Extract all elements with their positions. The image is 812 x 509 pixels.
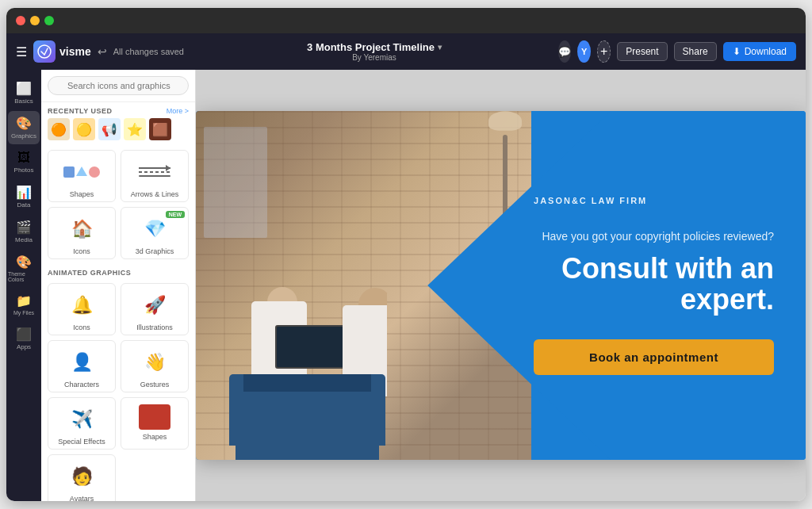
recently-used-row: 🟠 🟡 📢 ⭐ 🟫 — [41, 118, 195, 147]
laptop — [275, 325, 347, 369]
canvas-area[interactable]: JASON&C LAW FIRM Have you got your copyr… — [196, 70, 806, 501]
maximize-button[interactable] — [44, 16, 54, 25]
more-link[interactable]: More > — [167, 107, 189, 115]
slide-canvas[interactable]: JASON&C LAW FIRM Have you got your copyr… — [196, 111, 806, 460]
slide-right: JASON&C LAW FIRM Have you got your copyr… — [526, 111, 782, 460]
basics-icon: ⬜ — [16, 81, 32, 96]
traffic-lights — [16, 16, 54, 25]
gestures-label: Gestures — [140, 381, 170, 388]
visme-brand-name: visme — [59, 45, 91, 58]
chevron-down-icon: ▾ — [438, 43, 442, 52]
sidebar-item-graphics[interactable]: 🎨 Graphics — [8, 111, 40, 144]
animated-grid: 🔔 Icons 🚀 Illustrations 👤 Characters — [41, 280, 195, 501]
visme-logo[interactable]: visme — [33, 40, 91, 63]
graphics-grid: Shapes Arrows & Lines — [41, 147, 195, 262]
animated-header: ANIMATED GRAPHICS — [41, 264, 195, 280]
icons-item[interactable]: 🏠 Icons — [48, 207, 116, 259]
sidebar-item-media[interactable]: 🎬 Media — [8, 215, 40, 248]
project-author: By Yeremias — [352, 53, 396, 62]
sofa-right-arm — [371, 374, 385, 446]
visme-logo-image — [33, 40, 56, 63]
sofa-left-arm — [229, 374, 243, 446]
recently-used-header: RECENTLY USED More > — [41, 102, 195, 118]
firm-name: JASON&C LAW FIRM — [534, 196, 774, 205]
apps-icon: ⬛ — [16, 327, 32, 342]
theme-colors-icon: 🎨 — [16, 254, 32, 270]
shapes-anim-label: Shapes — [143, 433, 167, 441]
present-button[interactable]: Present — [617, 42, 667, 61]
search-bar: 🔍 — [41, 70, 195, 102]
characters-item[interactable]: 👤 Characters — [48, 340, 116, 392]
3d-graphics-label: 3d Graphics — [136, 247, 174, 255]
search-input[interactable] — [48, 76, 189, 95]
sidebar-item-basics[interactable]: ⬜ Basics — [8, 76, 40, 109]
illustrations-item[interactable]: 🚀 Illustrations — [121, 283, 189, 335]
new-badge: NEW — [166, 211, 185, 218]
laptop-screen — [277, 327, 345, 367]
animated-icons-label: Icons — [73, 323, 90, 331]
download-icon: ⬇ — [733, 46, 741, 57]
sidebar-item-photos[interactable]: 🖼 Photos — [8, 146, 40, 178]
animated-section: ANIMATED GRAPHICS 🔔 Icons 🚀 Illustration… — [41, 262, 195, 501]
slide-headline: Consult with an expert. — [534, 253, 774, 316]
special-effects-thumb: ✈️ — [62, 404, 102, 434]
icons-label: Icons — [73, 247, 90, 255]
recent-item-5[interactable]: 🟫 — [149, 118, 171, 140]
3d-graphics-item[interactable]: NEW 💎 3d Graphics — [121, 207, 189, 259]
sidebar-icons: ⬜ Basics 🎨 Graphics 🖼 Photos 📊 Data 🎬 — [6, 70, 41, 501]
graphics-panel: 🔍 RECENTLY USED More > 🟠 🟡 📢 ⭐ 🟫 — [41, 70, 196, 501]
people-visual — [212, 111, 387, 460]
special-effects-item[interactable]: ✈️ Special Effects — [48, 397, 116, 450]
toolbar-right: 💬 Y + Present Share ⬇ Download — [558, 40, 796, 63]
recently-used-label: RECENTLY USED — [48, 107, 113, 115]
lamp-shade — [488, 111, 522, 131]
characters-label: Characters — [64, 381, 99, 388]
slide-tagline: Have you got your copyright policies rev… — [534, 229, 774, 245]
add-collaborator-button[interactable]: + — [597, 40, 611, 63]
recent-item-1[interactable]: 🟠 — [48, 118, 70, 140]
data-icon: 📊 — [16, 185, 32, 200]
toolbar: ☰ visme ↩ All changes saved 3 Months Pro… — [6, 33, 806, 70]
undo-icon[interactable]: ↩ — [98, 45, 107, 58]
gestures-thumb: 👋 — [135, 347, 174, 377]
lamp-stand — [503, 135, 508, 222]
recent-item-3[interactable]: 📢 — [98, 118, 121, 140]
sidebar-item-theme-colors[interactable]: 🎨 Theme Colors — [8, 250, 40, 287]
app-body: ☰ visme ↩ All changes saved 3 Months Pro… — [6, 33, 806, 501]
recent-item-4[interactable]: ⭐ — [124, 118, 146, 140]
shapes-anim-item[interactable]: Shapes — [121, 397, 189, 450]
svg-point-0 — [38, 45, 51, 58]
sidebar-item-data[interactable]: 📊 Data — [8, 180, 40, 213]
saved-status: All changes saved — [113, 47, 184, 56]
animated-icons-thumb: 🔔 — [62, 290, 102, 320]
gestures-item[interactable]: 👋 Gestures — [121, 340, 189, 392]
sidebar-item-my-files[interactable]: 📁 My Files — [8, 289, 40, 320]
animated-icons-item[interactable]: 🔔 Icons — [48, 283, 116, 335]
download-button[interactable]: ⬇ Download — [723, 42, 796, 61]
cta-button[interactable]: Book an appointment — [534, 339, 774, 375]
icons-thumb: 🏠 — [62, 214, 102, 244]
avatars-item[interactable]: 🧑 Avatars — [48, 454, 116, 501]
my-files-icon: 📁 — [16, 293, 32, 308]
sofa-back — [236, 374, 379, 392]
minimize-button[interactable] — [30, 16, 40, 25]
shapes-label: Shapes — [70, 190, 94, 198]
sidebar-item-apps[interactable]: ⬛ Apps — [8, 322, 40, 355]
special-effects-label: Special Effects — [58, 438, 105, 446]
close-button[interactable] — [16, 16, 25, 25]
comment-icon[interactable]: 💬 — [558, 40, 571, 63]
panel-scroll: RECENTLY USED More > 🟠 🟡 📢 ⭐ 🟫 — [41, 102, 195, 501]
arrows-lines-label: Arrows & Lines — [131, 190, 179, 198]
recent-item-2[interactable]: 🟡 — [73, 118, 95, 140]
media-icon: 🎬 — [16, 220, 32, 235]
arrows-lines-item[interactable]: Arrows & Lines — [121, 150, 189, 202]
animated-label: ANIMATED GRAPHICS — [48, 269, 131, 277]
app-window: ☰ visme ↩ All changes saved 3 Months Pro… — [6, 8, 806, 501]
shapes-item[interactable]: Shapes — [48, 150, 116, 202]
hamburger-menu-icon[interactable]: ☰ — [16, 44, 27, 59]
user-avatar[interactable]: Y — [577, 40, 590, 63]
graphics-icon: 🎨 — [16, 116, 32, 131]
project-title[interactable]: 3 Months Project Timeline ▾ — [307, 41, 442, 53]
illustrations-label: Illustrations — [136, 323, 173, 331]
share-button[interactable]: Share — [674, 42, 717, 61]
